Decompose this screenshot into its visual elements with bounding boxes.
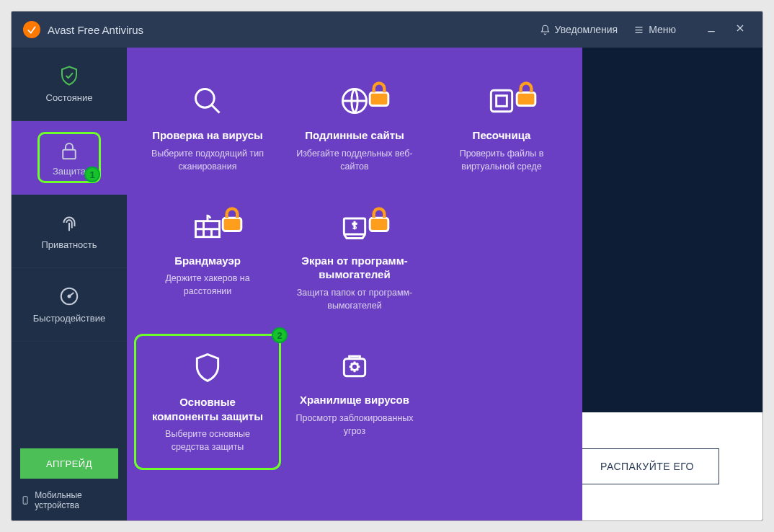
unpack-button[interactable]: РАСПАКУЙТЕ ЕГО	[575, 448, 719, 484]
sidebar: Состояние Защита 1 Приватность Быстродей…	[12, 48, 127, 520]
tile-virus-chest-title: Хранилище вирусов	[300, 393, 409, 407]
tile-sandbox-title: Песочница	[473, 128, 531, 143]
tile-firewall-desc: Держите хакеров на расстоянии	[144, 272, 271, 298]
tile-core-shields[interactable]: 2 Основные компоненты защиты Выберите ос…	[134, 334, 281, 470]
tile-core-shields-title: Основные компоненты защиты	[146, 395, 269, 423]
avast-logo-icon	[23, 21, 40, 38]
fingerprint-icon	[58, 212, 80, 234]
svg-rect-15	[344, 359, 365, 376]
tile-sandbox-desc: Проверить файлы в виртуальной среде	[438, 147, 565, 173]
app-title: Avast Free Antivirus	[48, 24, 143, 36]
shield-check-icon	[58, 65, 80, 87]
tile-virus-chest[interactable]: Хранилище вирусов Просмотр заблокированн…	[281, 334, 428, 470]
sidebar-item-status[interactable]: Состояние	[12, 48, 127, 121]
svg-point-4	[196, 89, 215, 108]
title-bar: Avast Free Antivirus Уведомления Меню	[12, 12, 762, 48]
svg-rect-6	[370, 92, 388, 105]
svg-rect-7	[491, 90, 512, 111]
tile-sandbox[interactable]: Песочница Проверить файлы в виртуальной …	[428, 69, 575, 187]
sidebar-item-performance[interactable]: Быстродействие	[12, 268, 127, 342]
sidebar-status-label: Состояние	[46, 92, 93, 103]
sidebar-item-privacy[interactable]: Приватность	[12, 195, 127, 268]
gauge-icon	[58, 285, 80, 307]
annotation-marker-1: 1	[84, 167, 100, 182]
svg-point-16	[351, 363, 357, 370]
protection-flyout: Проверка на вирусы Выберите подходящий т…	[127, 48, 582, 520]
tile-core-shields-desc: Выберите основные средства защиты	[146, 427, 269, 453]
tile-virus-scan-title: Проверка на вирусы	[152, 128, 263, 143]
app-window: Avast Free Antivirus Уведомления Меню РА…	[12, 12, 762, 520]
tile-virus-chest-desc: Просмотр заблокированных угроз	[291, 412, 418, 438]
svg-point-2	[68, 296, 71, 298]
close-button[interactable]	[729, 22, 751, 37]
sidebar-protection-label: Защита	[53, 166, 86, 177]
menu-button[interactable]: Меню	[629, 21, 680, 38]
svg-rect-14	[370, 218, 388, 231]
mobile-label: Мобильные устройства	[35, 490, 118, 510]
virus-chest-icon	[339, 350, 370, 381]
shield-icon	[192, 352, 223, 384]
tile-firewall[interactable]: Брандмауэр Держите хакеров на расстоянии	[134, 195, 281, 327]
menu-label: Меню	[649, 24, 676, 35]
notifications-button[interactable]: Уведомления	[535, 21, 623, 38]
tile-real-sites-title: Подлинные сайты	[305, 128, 404, 143]
lock-icon	[58, 140, 80, 161]
sidebar-privacy-label: Приватность	[41, 239, 97, 250]
svg-rect-9	[517, 92, 535, 105]
minimize-button[interactable]	[700, 22, 722, 37]
upgrade-button[interactable]: АПГРЕЙД	[20, 448, 118, 479]
premium-lock-icon	[216, 203, 228, 216]
tile-ransomware-shield[interactable]: $ Экран от программ-вымогателей Защита п…	[281, 195, 428, 327]
mobile-devices-link[interactable]: Мобильные устройства	[12, 486, 127, 520]
tile-real-sites-desc: Избегайте поддельных веб-сайтов	[291, 147, 418, 173]
svg-text:$: $	[352, 221, 357, 230]
sidebar-item-protection[interactable]: Защита 1	[12, 121, 127, 195]
premium-lock-icon	[510, 78, 522, 91]
premium-lock-icon	[363, 78, 375, 91]
magnifier-icon	[192, 85, 223, 117]
sidebar-performance-label: Быстродействие	[33, 313, 105, 324]
svg-rect-0	[63, 150, 76, 159]
notifications-label: Уведомления	[555, 24, 618, 35]
svg-rect-11	[223, 218, 241, 231]
tile-ransomware-title: Экран от программ-вымогателей	[291, 254, 418, 282]
tile-firewall-title: Брандмауэр	[174, 254, 241, 268]
mobile-icon	[20, 495, 30, 506]
tile-ransomware-desc: Защита папок от программ-вымогателей	[291, 286, 418, 312]
tile-virus-scan-desc: Выберите подходящий тип сканирования	[144, 147, 271, 173]
tile-real-sites[interactable]: Подлинные сайты Избегайте поддельных веб…	[281, 69, 428, 187]
tile-virus-scan[interactable]: Проверка на вирусы Выберите подходящий т…	[134, 69, 281, 187]
annotation-highlight-1: Защита 1	[37, 132, 101, 183]
premium-lock-icon	[363, 203, 375, 216]
svg-rect-8	[497, 96, 507, 107]
